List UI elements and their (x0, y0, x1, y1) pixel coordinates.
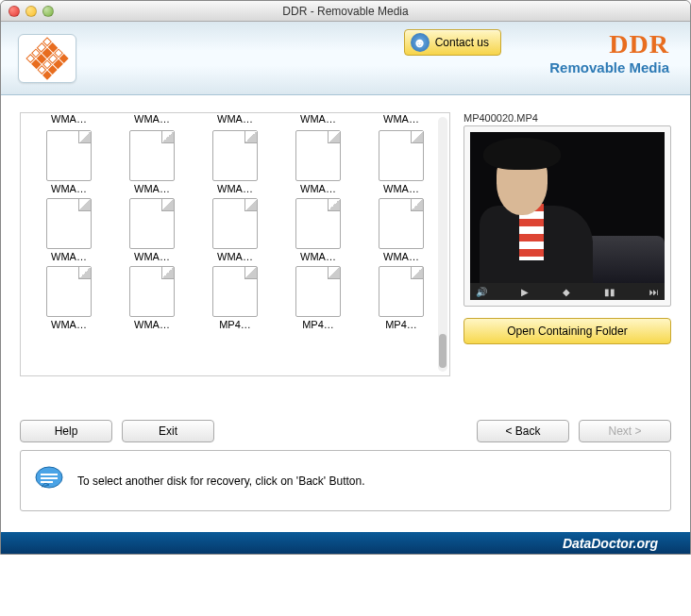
file-item[interactable]: WMA… (279, 198, 357, 262)
file-icon (46, 266, 92, 317)
preview-hat (483, 138, 561, 170)
app-window: DDR - Removable Media Contact us DDR Rem… (0, 0, 691, 555)
help-button[interactable]: Help (20, 420, 112, 442)
content: WMA… WMA… WMA… WMA… WMA… WMA… WMA… WMA… … (1, 95, 690, 519)
file-item[interactable]: WMA… (362, 130, 440, 194)
file-icon (295, 130, 341, 181)
file-item[interactable]: MP4… (196, 266, 274, 330)
preview-filename: MP400020.MP4 (463, 112, 671, 124)
file-item[interactable]: WMA… (362, 198, 440, 262)
file-list-pane[interactable]: WMA… WMA… WMA… WMA… WMA… WMA… WMA… WMA… … (20, 112, 450, 376)
file-label: WMA… (217, 251, 253, 262)
brand: DDR Removable Media (549, 29, 669, 75)
preview-pane: MP400020.MP4 🔊 ▶ ◆ ▮▮ ⏭ (463, 112, 671, 376)
file-label: WMA… (217, 183, 253, 194)
file-item[interactable]: WMA… (196, 130, 274, 194)
hint-text: To select another disk for recovery, cli… (77, 474, 365, 488)
file-icon (46, 130, 92, 181)
open-containing-folder-button[interactable]: Open Containing Folder (463, 318, 671, 344)
spacer (224, 420, 467, 442)
file-label[interactable]: WMA… (113, 113, 191, 125)
file-label: WMA… (134, 183, 170, 194)
scroll-thumb[interactable] (439, 334, 447, 368)
file-item[interactable]: WMA… (196, 198, 274, 262)
skip-icon[interactable]: ⏭ (649, 287, 659, 297)
file-label: WMA… (383, 251, 419, 262)
file-label: WMA… (300, 251, 336, 262)
file-item[interactable]: WMA… (113, 198, 191, 262)
titlebar: DDR - Removable Media (1, 1, 690, 22)
bottom-button-row: Help Exit < Back Next > (20, 420, 671, 442)
file-icon (212, 266, 258, 317)
preview-video[interactable] (470, 132, 665, 283)
main-row: WMA… WMA… WMA… WMA… WMA… WMA… WMA… WMA… … (20, 112, 671, 376)
contact-icon (411, 33, 430, 52)
file-label: WMA… (51, 183, 87, 194)
file-item[interactable]: WMA… (113, 266, 191, 330)
exit-button[interactable]: Exit (122, 420, 214, 442)
window-title: DDR - Removable Media (1, 5, 690, 18)
next-button: Next > (579, 420, 671, 442)
file-row-partial: WMA… WMA… WMA… WMA… WMA… (21, 113, 449, 125)
logo-icon (25, 37, 68, 79)
file-label: WMA… (300, 183, 336, 194)
footer-site: DataDoctor.org (563, 536, 658, 551)
header-band: Contact us DDR Removable Media (1, 22, 690, 95)
back-button[interactable]: < Back (477, 420, 569, 442)
file-icon (295, 198, 341, 249)
volume-icon[interactable]: 🔊 (476, 287, 487, 297)
file-icon (212, 130, 258, 181)
file-label: WMA… (134, 319, 170, 330)
file-icon (129, 198, 175, 249)
file-item[interactable]: MP4… (362, 266, 440, 330)
pause-icon[interactable]: ▮▮ (604, 287, 615, 297)
file-item[interactable]: MP4… (279, 266, 357, 330)
file-label: MP4… (219, 319, 251, 330)
file-label: MP4… (302, 319, 334, 330)
preview-box: 🔊 ▶ ◆ ▮▮ ⏭ (463, 125, 671, 307)
play-icon[interactable]: ▶ (521, 287, 529, 297)
file-icon (212, 198, 258, 249)
file-item[interactable]: WMA… (113, 130, 191, 194)
file-label: WMA… (51, 319, 87, 330)
file-item[interactable]: WMA… (30, 198, 108, 262)
file-item[interactable]: WMA… (30, 266, 108, 330)
file-icon (129, 266, 175, 317)
file-icon (295, 266, 341, 317)
file-icon (46, 198, 92, 249)
file-grid: WMA… WMA… WMA… WMA… WMA… WMA… WMA… WMA… … (21, 125, 449, 336)
file-label[interactable]: WMA… (30, 113, 108, 125)
app-logo (18, 34, 76, 83)
brand-main: DDR (549, 29, 669, 59)
file-label[interactable]: WMA… (196, 113, 274, 125)
hint-box: To select another disk for recovery, cli… (20, 450, 671, 511)
hint-icon (34, 464, 64, 497)
file-item[interactable]: WMA… (30, 130, 108, 194)
footer-bar: DataDoctor.org (1, 532, 690, 554)
file-icon (129, 130, 175, 181)
file-label: MP4… (385, 319, 417, 330)
file-icon (379, 130, 424, 181)
contact-us-button[interactable]: Contact us (404, 29, 501, 56)
scrollbar[interactable] (438, 117, 447, 372)
progress-marker-icon[interactable]: ◆ (563, 287, 570, 297)
file-item[interactable]: WMA… (279, 130, 357, 194)
file-label[interactable]: WMA… (279, 113, 357, 125)
file-icon (379, 266, 424, 317)
file-label: WMA… (383, 183, 419, 194)
file-label: WMA… (134, 251, 170, 262)
file-label: WMA… (51, 251, 87, 262)
video-controls[interactable]: 🔊 ▶ ◆ ▮▮ ⏭ (470, 283, 665, 300)
brand-sub: Removable Media (549, 59, 669, 75)
file-icon (379, 198, 424, 249)
file-label[interactable]: WMA… (362, 113, 440, 125)
contact-label: Contact us (435, 36, 489, 49)
